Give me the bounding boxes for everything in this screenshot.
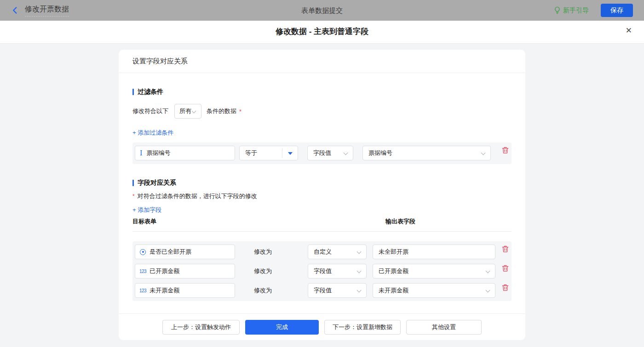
chevron-down-icon bbox=[357, 250, 362, 254]
mapping-section-title: 字段对应关系 bbox=[132, 179, 176, 187]
mapping-section-label: 字段对应关系 bbox=[138, 179, 176, 187]
value-type-select[interactable]: 字段值 bbox=[307, 146, 353, 160]
number-field-icon: 123 bbox=[139, 288, 146, 293]
target-field-box[interactable]: 123 已开票金额 bbox=[135, 264, 235, 279]
delete-row-button[interactable] bbox=[502, 265, 509, 272]
radio-field-icon bbox=[140, 249, 146, 255]
save-button[interactable]: 保存 bbox=[601, 4, 633, 17]
add-filter-condition-link[interactable]: + 添加过滤条件 bbox=[132, 129, 173, 137]
modify-mode-select[interactable]: 字段值 bbox=[308, 283, 367, 298]
mapping-rows-panel: 是否已全部开票 修改为 自定义 未全部开票 bbox=[132, 241, 512, 301]
output-field-value: 未开票金额 bbox=[379, 286, 408, 295]
custom-value-input[interactable]: 未全部开票 bbox=[373, 245, 495, 259]
column-header-target: 目标表单 bbox=[132, 217, 156, 226]
chevron-left-icon bbox=[11, 6, 19, 14]
beginner-guide-link[interactable]: 新手引导 bbox=[554, 6, 589, 15]
target-field-label: 未开票金额 bbox=[150, 286, 179, 295]
back-button[interactable] bbox=[11, 6, 19, 14]
chevron-down-icon bbox=[192, 109, 196, 114]
output-field-select[interactable]: 已开票金额 bbox=[373, 264, 495, 279]
delete-row-button[interactable] bbox=[502, 284, 509, 291]
match-condition-row: 修改符合以下 所有 条件的数据 * bbox=[132, 104, 242, 119]
trash-icon bbox=[502, 285, 509, 292]
mapping-description: *对符合过滤条件的数据，进行以下字段的修改 bbox=[132, 192, 257, 200]
trash-icon bbox=[502, 148, 509, 155]
filter-row-panel: I 票据编号 等于 字段值 票据编号 bbox=[132, 142, 512, 164]
text-field-icon: I bbox=[140, 150, 143, 156]
caret-down-icon bbox=[288, 152, 293, 155]
modify-mode-value: 字段值 bbox=[314, 267, 332, 275]
value-field-select[interactable]: 票据编号 bbox=[362, 146, 491, 160]
filter-field-input[interactable]: I 票据编号 bbox=[135, 146, 235, 160]
filter-section-label: 过滤条件 bbox=[138, 88, 163, 96]
chevron-down-icon bbox=[357, 269, 362, 273]
custom-value-text: 未全部开票 bbox=[379, 248, 408, 256]
output-field-select[interactable]: 未开票金额 bbox=[373, 283, 495, 298]
divider bbox=[282, 148, 282, 158]
match-mode-value: 所有 bbox=[179, 107, 191, 115]
target-field-box[interactable]: 123 未开票金额 bbox=[135, 283, 235, 298]
app-title-editable[interactable]: 修改开票数据 bbox=[25, 5, 69, 17]
footer-actions: 上一步：设置触发动作 完成 下一步：设置新增数据 其他设置 bbox=[119, 320, 525, 335]
lightbulb-icon bbox=[554, 6, 560, 14]
modal-header: 修改数据 - 主表到普通字段 ✕ bbox=[0, 21, 644, 44]
column-header-output: 输出表字段 bbox=[385, 217, 415, 226]
chevron-down-icon bbox=[486, 288, 490, 293]
mapping-row: 是否已全部开票 修改为 自定义 未全部开票 bbox=[132, 245, 512, 259]
trash-icon bbox=[502, 266, 509, 273]
output-field-value: 已开票金额 bbox=[379, 267, 408, 275]
modify-mode-select[interactable]: 字段值 bbox=[308, 264, 367, 279]
filter-field-value: 票据编号 bbox=[147, 149, 171, 157]
modify-mode-value: 自定义 bbox=[314, 248, 332, 256]
next-step-button[interactable]: 下一步：设置新增数据 bbox=[324, 320, 401, 335]
required-asterisk: * bbox=[132, 193, 135, 199]
chevron-down-icon bbox=[344, 151, 348, 155]
target-field-label: 已开票金额 bbox=[150, 267, 179, 275]
modify-mode-value: 字段值 bbox=[314, 286, 332, 295]
mapping-row: 123 未开票金额 修改为 字段值 未开票金额 bbox=[132, 283, 512, 298]
number-field-icon: 123 bbox=[139, 269, 146, 274]
delete-row-button[interactable] bbox=[502, 245, 509, 252]
match-suffix-label: 条件的数据 bbox=[207, 107, 236, 115]
divider bbox=[119, 313, 525, 314]
card-title: 设置字段对应关系 bbox=[132, 57, 188, 66]
filter-section-title: 过滤条件 bbox=[132, 88, 163, 96]
divider bbox=[132, 231, 512, 232]
other-settings-button[interactable]: 其他设置 bbox=[406, 320, 482, 335]
match-mode-select[interactable]: 所有 bbox=[174, 104, 201, 119]
divider bbox=[119, 73, 525, 73]
page: 表单数据提交 修改开票数据 新手引导 保存 修改数据 - 主表到普通字段 ✕ 设… bbox=[0, 0, 644, 347]
chevron-down-icon bbox=[486, 269, 490, 273]
modify-label: 修改为 bbox=[254, 283, 272, 298]
target-field-box[interactable]: 是否已全部开票 bbox=[135, 245, 235, 259]
topbar-center-title: 表单数据提交 bbox=[0, 0, 644, 21]
trash-icon bbox=[502, 247, 509, 254]
match-prefix-label: 修改符合以下 bbox=[132, 107, 168, 115]
field-mapping-card: 设置字段对应关系 过滤条件 修改符合以下 所有 条件的数据 * + 添加过滤条件… bbox=[119, 50, 525, 340]
modal-title: 修改数据 - 主表到普通字段 bbox=[0, 21, 644, 44]
beginner-guide-label: 新手引导 bbox=[563, 6, 589, 15]
mapping-description-text: 对符合过滤条件的数据，进行以下字段的修改 bbox=[138, 193, 257, 199]
add-field-link[interactable]: + 添加字段 bbox=[132, 206, 161, 214]
modify-mode-select[interactable]: 自定义 bbox=[308, 245, 367, 259]
done-button[interactable]: 完成 bbox=[245, 320, 319, 335]
top-bar: 表单数据提交 修改开票数据 新手引导 保存 bbox=[0, 0, 644, 21]
delete-filter-button[interactable] bbox=[502, 147, 509, 154]
target-field-label: 是否已全部开票 bbox=[150, 248, 191, 256]
chevron-down-icon bbox=[481, 151, 486, 155]
value-type-value: 字段值 bbox=[313, 149, 331, 157]
mapping-row: 123 已开票金额 修改为 字段值 已开票金额 bbox=[132, 264, 512, 279]
prev-step-button[interactable]: 上一步：设置触发动作 bbox=[162, 320, 240, 335]
operator-value: 等于 bbox=[245, 149, 257, 157]
modify-label: 修改为 bbox=[254, 264, 272, 279]
chevron-down-icon bbox=[357, 288, 362, 293]
section-marker bbox=[132, 180, 134, 186]
section-marker bbox=[132, 89, 134, 95]
close-icon[interactable]: ✕ bbox=[626, 27, 632, 34]
value-field-value: 票据编号 bbox=[368, 149, 392, 157]
required-asterisk: * bbox=[239, 108, 242, 115]
modify-label: 修改为 bbox=[254, 245, 272, 259]
operator-select[interactable]: 等于 bbox=[239, 146, 298, 160]
